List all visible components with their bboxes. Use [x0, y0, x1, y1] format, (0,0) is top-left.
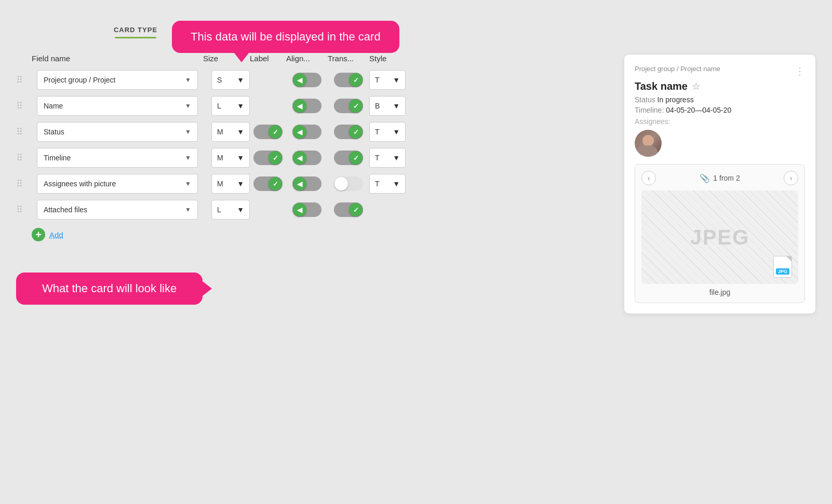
cell-align-5: ◀ [286, 176, 328, 191]
card-assignees-label: Assignees: [635, 117, 805, 126]
table-row: ⠿ Timeline ▼ M ▼ ✓ [16, 148, 603, 168]
style-dropdown-3[interactable]: T ▼ [369, 122, 406, 142]
dropdown-arrow: ▼ [185, 102, 191, 110]
align-toggle-5[interactable]: ◀ [292, 176, 321, 191]
table-row: ⠿ Assignees with picture ▼ M ▼ [16, 174, 603, 194]
field-dropdown-2[interactable]: Name ▼ [37, 96, 198, 116]
field-dropdown-3[interactable]: Status ▼ [37, 122, 198, 142]
cell-size-1: S ▼ [203, 70, 250, 90]
file-prev-button[interactable]: ‹ [641, 171, 656, 185]
field-dropdown-6[interactable]: Attached files ▼ [37, 200, 198, 220]
style-arrow: ▼ [393, 180, 400, 188]
file-next-button[interactable]: › [784, 171, 798, 185]
card-menu-dots[interactable]: ⋮ [795, 65, 805, 77]
label-knob-4: ✓ [269, 151, 282, 165]
tooltip-top: This data will be displayed in the card [172, 21, 399, 53]
size-dropdown-1[interactable]: S ▼ [211, 70, 250, 90]
drag-handle[interactable]: ⠿ [16, 100, 29, 112]
size-arrow: ▼ [237, 128, 244, 136]
align-toggle-4[interactable]: ◀ [292, 151, 321, 165]
avatar-image [635, 130, 662, 157]
label-knob-5: ✓ [269, 177, 282, 190]
col-header-label: Label [250, 54, 286, 63]
card-type-label: CARD TYPE [114, 26, 157, 34]
table-row: ⠿ Name ▼ L ▼ [16, 96, 603, 116]
drag-handle[interactable]: ⠿ [16, 152, 29, 164]
trans-toggle-4[interactable]: ✓ [334, 151, 363, 165]
cell-field-1: Project group / Project ▼ [32, 70, 203, 90]
card-preview-panel: Project group / Project name ⋮ Task name… [624, 54, 816, 314]
card-timeline-row: Timeline: 04-05-20—04-05-20 [635, 106, 805, 114]
field-dropdown-5[interactable]: Assignees with picture ▼ [37, 174, 198, 194]
drag-handle[interactable]: ⠿ [16, 204, 29, 215]
table-row: ⠿ Project group / Project ▼ S ▼ [16, 70, 603, 90]
file-badge-container: JPG [773, 256, 792, 278]
trans-toggle-1[interactable]: ✓ [334, 73, 363, 87]
align-toggle-3[interactable]: ◀ [292, 125, 321, 139]
align-toggle-2[interactable]: ◀ [292, 99, 321, 113]
size-dropdown-2[interactable]: L ▼ [211, 96, 250, 116]
field-dropdown-1[interactable]: Project group / Project ▼ [37, 70, 198, 90]
cell-style-1: T ▼ [369, 70, 411, 90]
cell-size-2: L ▼ [203, 96, 250, 116]
cell-trans-1: ✓ [328, 73, 369, 87]
size-dropdown-3[interactable]: M ▼ [211, 122, 250, 142]
cell-align-4: ◀ [286, 151, 328, 165]
cell-align-3: ◀ [286, 125, 328, 139]
trans-toggle-6[interactable]: ✓ [334, 202, 363, 217]
trans-toggle-5[interactable] [334, 176, 363, 191]
drag-handle[interactable]: ⠿ [16, 74, 29, 86]
add-button[interactable]: + Add [32, 228, 603, 241]
cell-style-4: T ▼ [369, 148, 411, 168]
cell-trans-4: ✓ [328, 151, 369, 165]
label-toggle-5[interactable]: ✓ [253, 176, 283, 191]
file-preview-container: ‹ 📎 1 from 2 › JPEG [635, 164, 805, 303]
field-dropdown-4[interactable]: Timeline ▼ [37, 148, 198, 168]
table-header: Field name Size Label Align... Trans... … [16, 54, 603, 63]
trans-knob-1: ✓ [349, 73, 363, 87]
align-knob-4: ◀ [293, 151, 306, 165]
left-panel: Field name Size Label Align... Trans... … [16, 54, 603, 314]
style-dropdown-1[interactable]: T ▼ [369, 70, 406, 90]
cell-align-6: ◀ [286, 202, 328, 217]
paperclip-icon: 📎 [700, 173, 710, 183]
card-header-row: Project group / Project name ⋮ [635, 65, 805, 77]
card-type-tab[interactable]: CARD TYPE [104, 26, 167, 38]
col-header-trans: Trans... [328, 54, 369, 63]
cell-style-2: B ▼ [369, 96, 411, 116]
trans-knob-6: ✓ [349, 203, 363, 216]
add-icon: + [32, 228, 45, 241]
label-toggle-4[interactable]: ✓ [253, 151, 283, 165]
drag-handle[interactable]: ⠿ [16, 178, 29, 189]
style-arrow: ▼ [393, 76, 400, 84]
style-dropdown-4[interactable]: T ▼ [369, 148, 406, 168]
col-header-align: Align... [286, 54, 328, 63]
align-toggle-6[interactable]: ◀ [292, 202, 321, 217]
style-dropdown-5[interactable]: T ▼ [369, 174, 406, 194]
style-arrow: ▼ [393, 102, 400, 110]
cell-field-5: Assignees with picture ▼ [32, 174, 203, 194]
size-dropdown-4[interactable]: M ▼ [211, 148, 250, 168]
align-toggle-1[interactable]: ◀ [292, 73, 321, 87]
size-arrow: ▼ [237, 180, 244, 188]
trans-toggle-3[interactable]: ✓ [334, 125, 363, 139]
label-toggle-3[interactable]: ✓ [253, 125, 283, 139]
jpeg-watermark: JPEG [690, 226, 750, 249]
assignee-avatar [635, 130, 662, 157]
trans-toggle-2[interactable]: ✓ [334, 99, 363, 113]
dropdown-arrow: ▼ [185, 154, 191, 161]
trans-knob-3: ✓ [349, 125, 363, 139]
star-icon[interactable]: ☆ [692, 81, 700, 92]
size-dropdown-6[interactable]: L ▼ [211, 200, 250, 220]
style-dropdown-2[interactable]: B ▼ [369, 96, 406, 116]
chevron-left-icon: ‹ [648, 174, 650, 182]
cell-label-3: ✓ [250, 125, 286, 139]
size-dropdown-5[interactable]: M ▼ [211, 174, 250, 194]
file-doc-icon: JPG [773, 256, 792, 278]
drag-handle[interactable]: ⠿ [16, 126, 29, 138]
cell-field-2: Name ▼ [32, 96, 203, 116]
label-knob-3: ✓ [269, 125, 282, 139]
dropdown-arrow: ▼ [185, 128, 191, 135]
card-preview: Project group / Project name ⋮ Task name… [624, 54, 816, 314]
size-arrow: ▼ [237, 154, 244, 162]
